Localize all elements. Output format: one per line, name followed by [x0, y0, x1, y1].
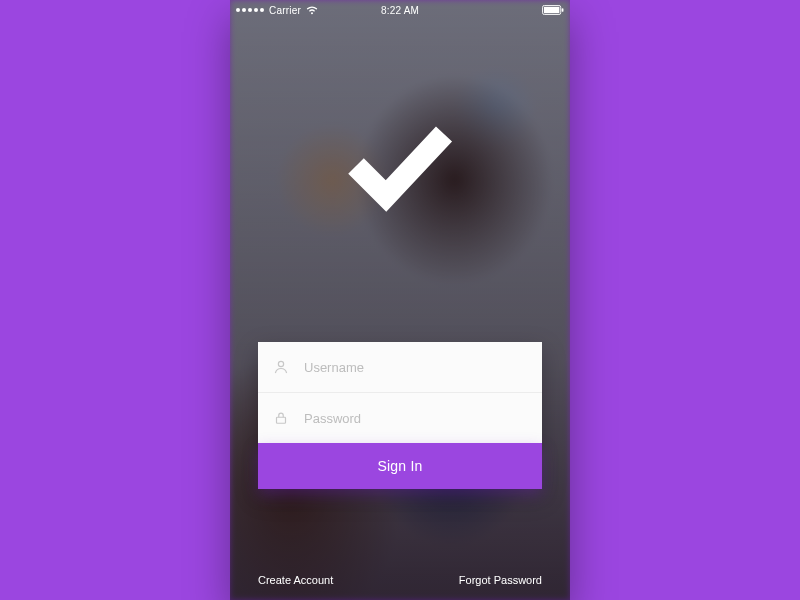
username-input[interactable] [302, 341, 528, 393]
wifi-icon [306, 6, 318, 15]
username-field[interactable] [258, 342, 542, 392]
status-bar: Carrier 8:22 AM [230, 0, 570, 18]
stage: Carrier 8:22 AM [0, 0, 800, 600]
phone-screen: Carrier 8:22 AM [230, 0, 570, 600]
password-field[interactable] [258, 392, 542, 443]
login-card: Sign In [258, 342, 542, 489]
footer-links: Create Account Forgot Password [258, 574, 542, 586]
user-icon [272, 358, 290, 376]
svg-rect-2 [562, 8, 564, 12]
svg-rect-4 [277, 417, 286, 423]
sign-in-button[interactable]: Sign In [258, 443, 542, 489]
status-bar-time: 8:22 AM [345, 5, 454, 16]
app-logo [230, 120, 570, 212]
checkmark-icon [346, 120, 454, 212]
password-input[interactable] [302, 392, 528, 444]
svg-rect-1 [544, 7, 559, 13]
lock-icon [272, 409, 290, 427]
signal-strength-icon [236, 8, 264, 12]
background-overlay [230, 0, 570, 600]
forgot-password-link[interactable]: Forgot Password [459, 574, 542, 586]
svg-point-3 [278, 361, 283, 366]
battery-icon [542, 5, 564, 15]
status-bar-right [455, 5, 564, 15]
status-bar-left: Carrier [236, 5, 345, 16]
create-account-link[interactable]: Create Account [258, 574, 333, 586]
carrier-label: Carrier [269, 5, 301, 16]
